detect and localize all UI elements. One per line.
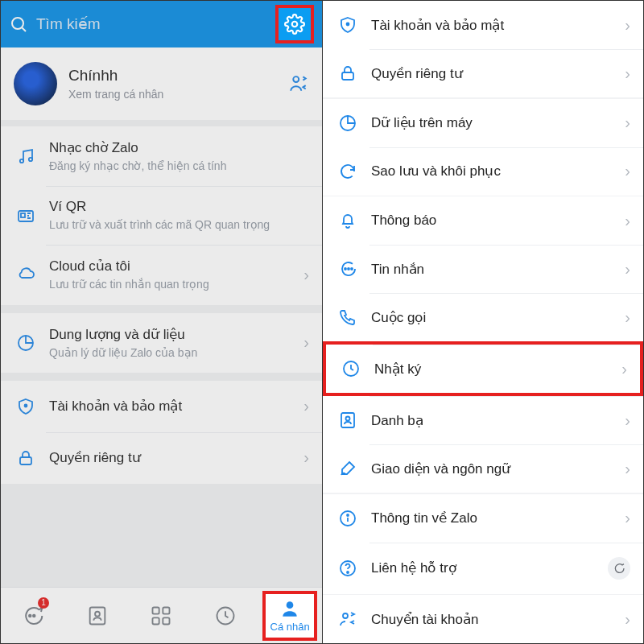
chevron-right-icon: › <box>303 333 309 352</box>
gear-icon <box>284 14 305 35</box>
info-icon <box>336 509 360 528</box>
setting-about[interactable]: Thông tin về Zalo › <box>323 494 643 543</box>
item-desc: Đăng ký nhạc chờ, thể hiện cá tính <box>49 159 309 173</box>
item-title: Ví QR <box>49 199 309 215</box>
item-ringtone[interactable]: Nhạc chờ ZaloĐăng ký nhạc chờ, thể hiện … <box>1 126 322 186</box>
nav-timeline[interactable] <box>198 591 253 641</box>
svg-point-21 <box>347 23 349 26</box>
chevron-right-icon: › <box>625 411 630 430</box>
phone-icon <box>336 308 360 327</box>
svg-point-2 <box>292 22 298 27</box>
chevron-right-icon: › <box>625 460 630 478</box>
lock-icon <box>14 448 38 468</box>
search-header <box>1 1 322 47</box>
item-desc: Quản lý dữ liệu Zalo của bạn <box>49 345 303 360</box>
svg-rect-10 <box>20 457 31 464</box>
svg-rect-18 <box>163 617 170 624</box>
svg-point-26 <box>351 268 353 270</box>
svg-point-34 <box>347 572 349 573</box>
search-icon <box>9 14 28 34</box>
setting-devicedata[interactable]: Dữ liệu trên máy › <box>323 99 643 147</box>
pie-icon <box>336 114 360 133</box>
shield-icon <box>336 15 360 35</box>
setting-message[interactable]: Tin nhắn › <box>323 245 643 293</box>
avatar <box>14 62 57 105</box>
setting-switch[interactable]: Chuyển tài khoản › <box>323 595 643 643</box>
svg-rect-7 <box>21 213 25 217</box>
svg-point-4 <box>20 159 23 163</box>
qr-icon <box>14 206 38 225</box>
chevron-right-icon: › <box>625 308 630 327</box>
svg-line-1 <box>23 28 27 32</box>
setting-diary[interactable]: Nhật ký › <box>323 341 643 396</box>
nav-me[interactable]: Cá nhân <box>262 591 317 641</box>
nav-contacts[interactable] <box>70 591 125 641</box>
setting-notif[interactable]: Thông báo › <box>323 196 643 245</box>
nav-label: Cá nhân <box>270 621 310 633</box>
item-storage[interactable]: Dung lượng và dữ liệuQuản lý dữ liệu Zal… <box>1 313 322 373</box>
item-title: Nhạc chờ Zalo <box>49 139 309 156</box>
switch-account-icon <box>336 609 360 629</box>
setting-ui[interactable]: Giao diện và ngôn ngữ › <box>323 444 643 493</box>
profile-row[interactable]: Chínhh Xem trang cá nhân <box>1 47 322 126</box>
svg-point-32 <box>347 514 349 516</box>
left-panel: Chínhh Xem trang cá nhân Nhạc chờ ZaloĐă… <box>1 1 322 643</box>
search-input[interactable] <box>36 15 275 33</box>
svg-point-25 <box>348 268 349 270</box>
cloud-icon <box>14 265 38 284</box>
chevron-right-icon: › <box>625 212 630 230</box>
chevron-right-icon: › <box>625 610 630 629</box>
svg-point-20 <box>287 601 294 609</box>
swap-icon[interactable] <box>288 73 309 94</box>
svg-rect-15 <box>153 607 159 613</box>
svg-rect-17 <box>153 617 159 624</box>
setting-security[interactable]: Tài khoản và bảo mật › <box>323 1 643 49</box>
item-title: Dung lượng và dữ liệu <box>49 326 303 343</box>
item-cloud[interactable]: Cloud của tôiLưu trữ các tin nhắn quan t… <box>1 245 322 304</box>
item-privacy[interactable]: Quyền riêng tư › <box>1 432 322 484</box>
bell-icon <box>336 211 360 230</box>
right-panel: Tài khoản và bảo mật › Quyền riêng tư › … <box>322 1 643 643</box>
chevron-right-icon: › <box>625 64 630 83</box>
nav-messages[interactable]: 1 <box>6 591 60 641</box>
svg-point-12 <box>33 614 35 617</box>
badge: 1 <box>38 597 49 609</box>
item-title: Nhật ký <box>374 361 621 378</box>
item-title: Sao lưu và khôi phục <box>371 163 625 180</box>
item-title: Thông tin về Zalo <box>371 510 625 526</box>
item-title: Thông báo <box>371 213 625 229</box>
setting-privacy[interactable]: Quyền riêng tư › <box>323 49 643 97</box>
chevron-right-icon: › <box>625 509 630 527</box>
svg-point-3 <box>293 76 299 82</box>
setting-support[interactable]: Liên hệ hỗ trợ <box>323 543 643 594</box>
svg-point-35 <box>343 613 348 618</box>
svg-rect-22 <box>342 72 353 80</box>
shield-icon <box>14 397 38 416</box>
item-qrwallet[interactable]: Ví QRLưu trữ và xuất trình các mã QR qua… <box>1 186 322 245</box>
item-title: Cuộc gọi <box>371 309 625 326</box>
setting-backup[interactable]: Sao lưu và khôi phục › <box>323 147 643 196</box>
item-desc: Lưu trữ và xuất trình các mã QR quan trọ… <box>49 217 309 232</box>
profile-name: Chínhh <box>68 67 288 85</box>
item-title: Tài khoản và bảo mật <box>371 17 625 34</box>
item-title: Tin nhắn <box>371 261 625 278</box>
svg-point-24 <box>345 268 346 270</box>
music-icon <box>14 147 38 166</box>
settings-button[interactable] <box>275 5 314 43</box>
contacts-icon <box>336 411 360 430</box>
item-security[interactable]: Tài khoản và bảo mật › <box>1 381 322 432</box>
pie-icon <box>14 333 38 353</box>
brush-icon <box>336 459 360 478</box>
setting-contacts[interactable]: Danh bạ › <box>323 396 643 444</box>
item-title: Cloud của tôi <box>49 258 303 275</box>
chat-bubble-icon[interactable] <box>608 557 630 580</box>
sync-icon <box>336 162 360 181</box>
svg-rect-16 <box>163 607 170 613</box>
setting-call[interactable]: Cuộc gọi › <box>323 293 643 341</box>
svg-point-5 <box>29 158 32 161</box>
chevron-right-icon: › <box>625 162 630 180</box>
svg-point-14 <box>95 611 100 616</box>
clock-icon <box>339 359 363 378</box>
item-title: Danh bạ <box>371 412 625 429</box>
nav-discover[interactable] <box>134 591 188 641</box>
